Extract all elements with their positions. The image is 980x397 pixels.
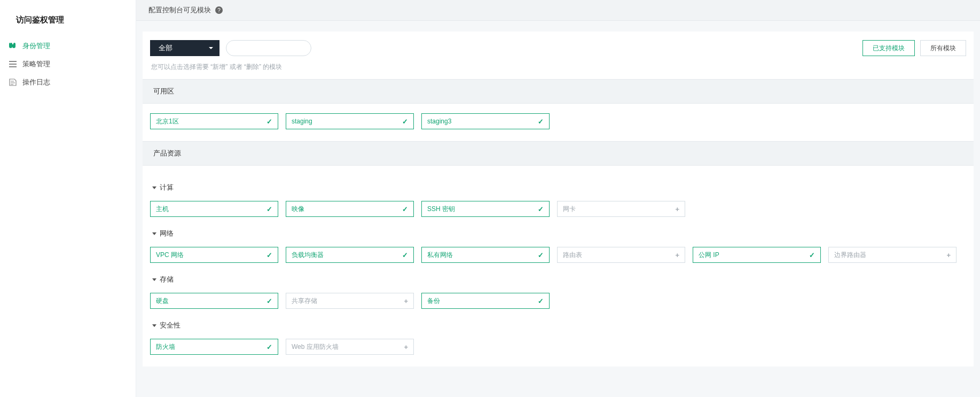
chip-label: SSH 密钥 [427, 205, 455, 214]
module-chip[interactable]: 北京1区✓ [150, 113, 278, 129]
subgroup: 网络VPC 网络✓负载均衡器✓私有网络✓路由表+公网 IP✓边界路由器+ [150, 219, 966, 265]
section-body: 北京1区✓staging✓staging3✓ [143, 104, 974, 141]
check-icon: ✓ [538, 251, 544, 259]
subgroup: 计算主机✓映像✓SSH 密钥✓网卡+ [150, 173, 966, 219]
chip-label: 主机 [156, 205, 169, 214]
module-chip[interactable]: 映像✓ [286, 201, 414, 217]
check-icon: ✓ [266, 251, 272, 259]
chevron-down-icon [209, 47, 213, 49]
module-chip[interactable]: 共享存储+ [286, 293, 414, 309]
supported-modules-button[interactable]: 已支持模块 [863, 40, 915, 56]
content-card: 全部 已支持模块 所有模块 您可以点击选择需要 “新增” 或者 “删除” 的模块… [143, 32, 974, 367]
chip-row: 硬盘✓共享存储+备份✓ [150, 291, 966, 311]
panel-header: 配置控制台可见模块 ? [136, 0, 980, 21]
chip-label: 备份 [427, 297, 440, 306]
subgroup-label: 安全性 [160, 321, 181, 330]
chip-label: 防火墙 [156, 342, 175, 352]
sidebar-item-0[interactable]: 身份管理 [0, 37, 136, 55]
toolbar-hint: 您可以点击选择需要 “新增” 或者 “删除” 的模块 [143, 59, 974, 79]
chip-row: 北京1区✓staging✓staging3✓ [150, 111, 966, 131]
section-heading: 产品资源 [143, 141, 974, 166]
chip-label: staging [292, 118, 312, 125]
module-chip[interactable]: staging3✓ [421, 113, 550, 129]
subgroup-label: 存储 [160, 275, 174, 284]
plus-icon: + [946, 251, 951, 259]
check-icon: ✓ [402, 251, 408, 259]
sidebar-item-label: 身份管理 [22, 41, 50, 51]
chip-row: VPC 网络✓负载均衡器✓私有网络✓路由表+公网 IP✓边界路由器+ [150, 245, 966, 265]
module-chip[interactable]: 硬盘✓ [150, 293, 278, 309]
module-chip[interactable]: 网卡+ [557, 201, 685, 217]
subgroup: 存储硬盘✓共享存储+备份✓ [150, 265, 966, 311]
sidebar-item-label: 操作日志 [22, 77, 50, 87]
chip-label: staging3 [427, 118, 451, 125]
section-heading: 可用区 [143, 79, 974, 104]
check-icon: ✓ [538, 118, 544, 126]
sidebar-title: 访问鉴权管理 [0, 10, 136, 37]
all-modules-button[interactable]: 所有模块 [920, 40, 966, 56]
check-icon: ✓ [266, 343, 272, 351]
toolbar-actions: 已支持模块 所有模块 [863, 40, 966, 56]
panel-title: 配置控制台可见模块 [148, 5, 211, 15]
subgroup-title[interactable]: 网络 [150, 227, 966, 245]
binoculars-icon [9, 42, 17, 50]
module-chip[interactable]: Web 应用防火墙+ [286, 339, 414, 355]
subgroup-label: 网络 [160, 229, 174, 238]
chip-label: 负载均衡器 [292, 251, 324, 260]
filter-dropdown-label: 全部 [159, 43, 173, 53]
main: 配置控制台可见模块 ? 全部 已支持模块 所有模块 您可以点击选择需要 “新增”… [136, 0, 980, 397]
chip-label: 私有网络 [427, 251, 453, 260]
subgroup-title[interactable]: 存储 [150, 273, 966, 291]
list-icon [9, 60, 17, 68]
chip-label: 共享存储 [292, 297, 317, 306]
help-icon[interactable]: ? [215, 6, 223, 14]
module-chip[interactable]: SSH 密钥✓ [421, 201, 550, 217]
toolbar: 全部 已支持模块 所有模块 [143, 32, 974, 59]
svg-rect-0 [9, 61, 17, 62]
sidebar-item-label: 策略管理 [22, 59, 50, 69]
chip-label: 路由表 [563, 251, 582, 260]
subgroup-label: 计算 [160, 183, 174, 192]
check-icon: ✓ [538, 297, 544, 305]
subgroup-title[interactable]: 安全性 [150, 318, 966, 337]
module-chip[interactable]: VPC 网络✓ [150, 247, 278, 263]
chip-label: Web 应用防火墙 [292, 342, 339, 352]
sidebar-item-1[interactable]: 策略管理 [0, 55, 136, 73]
chip-label: VPC 网络 [156, 251, 184, 260]
chip-label: 映像 [292, 205, 304, 214]
sidebar-item-2[interactable]: 操作日志 [0, 73, 136, 91]
module-chip[interactable]: staging✓ [286, 113, 414, 129]
plus-icon: + [404, 297, 408, 305]
module-chip[interactable]: 负载均衡器✓ [286, 247, 414, 263]
chip-label: 硬盘 [156, 297, 169, 306]
check-icon: ✓ [402, 118, 408, 126]
module-chip[interactable]: 防火墙✓ [150, 339, 278, 355]
module-chip[interactable]: 私有网络✓ [421, 247, 550, 263]
section-body: 计算主机✓映像✓SSH 密钥✓网卡+网络VPC 网络✓负载均衡器✓私有网络✓路由… [143, 166, 974, 367]
subgroup-title[interactable]: 计算 [150, 181, 966, 199]
log-icon [9, 78, 17, 87]
check-icon: ✓ [266, 118, 272, 126]
chip-label: 公网 IP [699, 251, 719, 260]
search-input[interactable] [226, 40, 311, 56]
module-chip[interactable]: 备份✓ [421, 293, 550, 309]
chevron-down-icon [152, 186, 156, 189]
plus-icon: + [675, 251, 679, 259]
check-icon: ✓ [809, 251, 815, 259]
svg-rect-2 [9, 66, 17, 67]
chip-row: 主机✓映像✓SSH 密钥✓网卡+ [150, 199, 966, 219]
module-chip[interactable]: 主机✓ [150, 201, 278, 217]
module-chip[interactable]: 路由表+ [557, 247, 685, 263]
subgroup: 安全性防火墙✓Web 应用防火墙+ [150, 311, 966, 357]
plus-icon: + [404, 343, 408, 351]
check-icon: ✓ [266, 205, 272, 213]
check-icon: ✓ [402, 205, 408, 213]
svg-rect-1 [9, 64, 17, 65]
chip-row: 防火墙✓Web 应用防火墙+ [150, 337, 966, 357]
filter-dropdown[interactable]: 全部 [150, 40, 219, 56]
chevron-down-icon [152, 278, 156, 281]
module-chip[interactable]: 边界路由器+ [828, 247, 957, 263]
chip-label: 边界路由器 [834, 251, 866, 260]
module-chip[interactable]: 公网 IP✓ [693, 247, 821, 263]
chevron-down-icon [152, 232, 156, 235]
